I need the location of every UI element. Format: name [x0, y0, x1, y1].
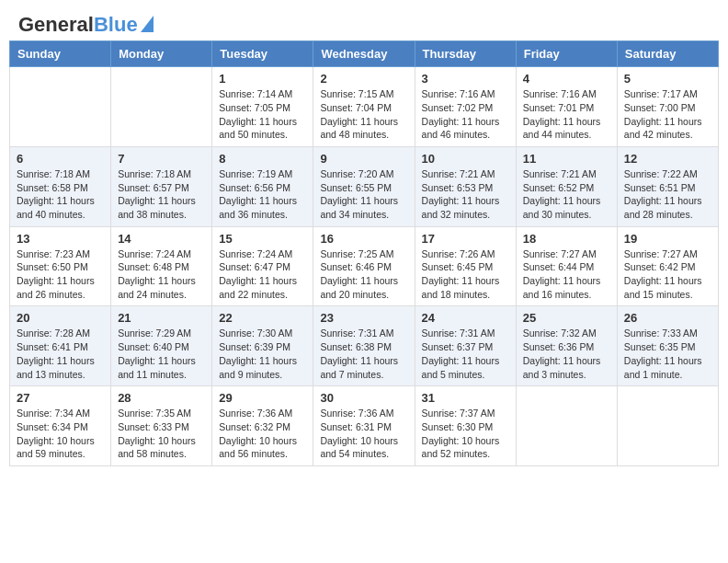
day-number: 25: [523, 311, 610, 325]
calendar-day-cell: 12Sunrise: 7:22 AM Sunset: 6:51 PM Dayli…: [617, 146, 718, 226]
day-number: 23: [320, 311, 407, 325]
calendar-table: SundayMondayTuesdayWednesdayThursdayFrid…: [9, 40, 719, 466]
day-number: 19: [624, 232, 711, 246]
day-number: 9: [320, 152, 407, 166]
day-info: Sunrise: 7:27 AM Sunset: 6:44 PM Dayligh…: [523, 247, 610, 302]
day-info: Sunrise: 7:35 AM Sunset: 6:33 PM Dayligh…: [118, 407, 205, 461]
calendar-day-cell: 20Sunrise: 7:28 AM Sunset: 6:41 PM Dayli…: [10, 306, 111, 386]
day-info: Sunrise: 7:36 AM Sunset: 6:31 PM Dayligh…: [320, 407, 407, 461]
calendar-day-cell: [10, 67, 111, 147]
calendar-day-cell: 21Sunrise: 7:29 AM Sunset: 6:40 PM Dayli…: [111, 306, 212, 386]
day-number: 20: [17, 311, 104, 325]
calendar-day-cell: 26Sunrise: 7:33 AM Sunset: 6:35 PM Dayli…: [617, 306, 718, 386]
calendar-day-cell: 17Sunrise: 7:26 AM Sunset: 6:45 PM Dayli…: [415, 226, 516, 306]
day-number: 14: [118, 232, 205, 246]
day-info: Sunrise: 7:28 AM Sunset: 6:41 PM Dayligh…: [17, 327, 104, 381]
calendar-day-cell: 6Sunrise: 7:18 AM Sunset: 6:58 PM Daylig…: [10, 146, 111, 226]
calendar-day-cell: 27Sunrise: 7:34 AM Sunset: 6:34 PM Dayli…: [10, 386, 111, 466]
calendar-day-cell: 5Sunrise: 7:17 AM Sunset: 7:00 PM Daylig…: [617, 67, 718, 147]
calendar-day-cell: 23Sunrise: 7:31 AM Sunset: 6:38 PM Dayli…: [313, 306, 415, 386]
day-number: 11: [523, 152, 610, 166]
day-info: Sunrise: 7:16 AM Sunset: 7:01 PM Dayligh…: [523, 87, 610, 142]
day-info: Sunrise: 7:26 AM Sunset: 6:45 PM Dayligh…: [422, 247, 509, 302]
day-of-week-header: Tuesday: [212, 41, 313, 67]
day-info: Sunrise: 7:19 AM Sunset: 6:56 PM Dayligh…: [219, 167, 306, 222]
calendar-wrapper: SundayMondayTuesdayWednesdayThursdayFrid…: [0, 40, 728, 476]
calendar-day-cell: 8Sunrise: 7:19 AM Sunset: 6:56 PM Daylig…: [212, 146, 313, 226]
calendar-day-cell: 16Sunrise: 7:25 AM Sunset: 6:46 PM Dayli…: [313, 226, 415, 306]
calendar-day-cell: 2Sunrise: 7:15 AM Sunset: 7:04 PM Daylig…: [313, 67, 415, 147]
day-info: Sunrise: 7:25 AM Sunset: 6:46 PM Dayligh…: [320, 247, 407, 302]
day-info: Sunrise: 7:21 AM Sunset: 6:52 PM Dayligh…: [523, 167, 610, 222]
day-info: Sunrise: 7:32 AM Sunset: 6:36 PM Dayligh…: [523, 327, 610, 381]
calendar-day-cell: [516, 386, 617, 466]
calendar-week-row: 20Sunrise: 7:28 AM Sunset: 6:41 PM Dayli…: [10, 306, 719, 386]
day-number: 27: [17, 391, 104, 405]
day-info: Sunrise: 7:18 AM Sunset: 6:58 PM Dayligh…: [17, 167, 104, 222]
day-number: 5: [624, 72, 711, 86]
day-number: 18: [523, 232, 610, 246]
day-info: Sunrise: 7:31 AM Sunset: 6:37 PM Dayligh…: [422, 327, 509, 381]
day-info: Sunrise: 7:18 AM Sunset: 6:57 PM Dayligh…: [118, 167, 205, 222]
calendar-day-cell: 24Sunrise: 7:31 AM Sunset: 6:37 PM Dayli…: [415, 306, 516, 386]
day-of-week-header: Sunday: [10, 41, 111, 67]
day-number: 6: [17, 152, 104, 166]
day-info: Sunrise: 7:16 AM Sunset: 7:02 PM Dayligh…: [422, 87, 509, 142]
day-of-week-header: Saturday: [617, 41, 718, 67]
day-info: Sunrise: 7:17 AM Sunset: 7:00 PM Dayligh…: [624, 87, 711, 142]
day-info: Sunrise: 7:36 AM Sunset: 6:32 PM Dayligh…: [219, 407, 306, 461]
calendar-day-cell: 18Sunrise: 7:27 AM Sunset: 6:44 PM Dayli…: [516, 226, 617, 306]
day-info: Sunrise: 7:21 AM Sunset: 6:53 PM Dayligh…: [422, 167, 509, 222]
day-number: 10: [422, 152, 509, 166]
day-info: Sunrise: 7:27 AM Sunset: 6:42 PM Dayligh…: [624, 247, 711, 302]
day-of-week-header: Monday: [111, 41, 212, 67]
day-number: 2: [320, 72, 407, 86]
day-number: 26: [624, 311, 711, 325]
day-info: Sunrise: 7:30 AM Sunset: 6:39 PM Dayligh…: [219, 327, 306, 381]
day-number: 21: [118, 311, 205, 325]
calendar-day-cell: 9Sunrise: 7:20 AM Sunset: 6:55 PM Daylig…: [313, 146, 415, 226]
calendar-day-cell: 14Sunrise: 7:24 AM Sunset: 6:48 PM Dayli…: [111, 226, 212, 306]
calendar-day-cell: [111, 67, 212, 147]
day-info: Sunrise: 7:23 AM Sunset: 6:50 PM Dayligh…: [17, 247, 104, 302]
day-info: Sunrise: 7:31 AM Sunset: 6:38 PM Dayligh…: [320, 327, 407, 381]
day-number: 17: [422, 232, 509, 246]
day-number: 3: [422, 72, 509, 86]
day-number: 15: [219, 232, 306, 246]
day-info: Sunrise: 7:24 AM Sunset: 6:48 PM Dayligh…: [118, 247, 205, 302]
day-number: 4: [523, 72, 610, 86]
day-number: 28: [118, 391, 205, 405]
day-of-week-header: Friday: [516, 41, 617, 67]
day-info: Sunrise: 7:34 AM Sunset: 6:34 PM Dayligh…: [17, 407, 104, 461]
calendar-header-row: SundayMondayTuesdayWednesdayThursdayFrid…: [10, 41, 719, 67]
logo: GeneralBlue: [18, 14, 154, 36]
day-info: Sunrise: 7:37 AM Sunset: 6:30 PM Dayligh…: [422, 407, 509, 461]
day-info: Sunrise: 7:15 AM Sunset: 7:04 PM Dayligh…: [320, 87, 407, 142]
calendar-day-cell: 11Sunrise: 7:21 AM Sunset: 6:52 PM Dayli…: [516, 146, 617, 226]
day-number: 31: [422, 391, 509, 405]
calendar-day-cell: 13Sunrise: 7:23 AM Sunset: 6:50 PM Dayli…: [10, 226, 111, 306]
calendar-week-row: 13Sunrise: 7:23 AM Sunset: 6:50 PM Dayli…: [10, 226, 719, 306]
calendar-day-cell: 19Sunrise: 7:27 AM Sunset: 6:42 PM Dayli…: [617, 226, 718, 306]
day-number: 7: [118, 152, 205, 166]
day-number: 24: [422, 311, 509, 325]
day-info: Sunrise: 7:20 AM Sunset: 6:55 PM Dayligh…: [320, 167, 407, 222]
day-of-week-header: Wednesday: [313, 41, 415, 67]
logo-triangle-icon: [141, 16, 154, 32]
calendar-day-cell: 7Sunrise: 7:18 AM Sunset: 6:57 PM Daylig…: [111, 146, 212, 226]
day-number: 13: [17, 232, 104, 246]
calendar-day-cell: 30Sunrise: 7:36 AM Sunset: 6:31 PM Dayli…: [313, 386, 415, 466]
day-of-week-header: Thursday: [415, 41, 516, 67]
logo-text: GeneralBlue: [18, 14, 138, 36]
calendar-day-cell: 22Sunrise: 7:30 AM Sunset: 6:39 PM Dayli…: [212, 306, 313, 386]
day-info: Sunrise: 7:14 AM Sunset: 7:05 PM Dayligh…: [219, 87, 306, 142]
calendar-day-cell: 4Sunrise: 7:16 AM Sunset: 7:01 PM Daylig…: [516, 67, 617, 147]
day-info: Sunrise: 7:33 AM Sunset: 6:35 PM Dayligh…: [624, 327, 711, 381]
calendar-week-row: 27Sunrise: 7:34 AM Sunset: 6:34 PM Dayli…: [10, 386, 719, 466]
day-number: 12: [624, 152, 711, 166]
day-number: 16: [320, 232, 407, 246]
day-info: Sunrise: 7:24 AM Sunset: 6:47 PM Dayligh…: [219, 247, 306, 302]
day-number: 1: [219, 72, 306, 86]
calendar-week-row: 1Sunrise: 7:14 AM Sunset: 7:05 PM Daylig…: [10, 67, 719, 147]
day-number: 8: [219, 152, 306, 166]
